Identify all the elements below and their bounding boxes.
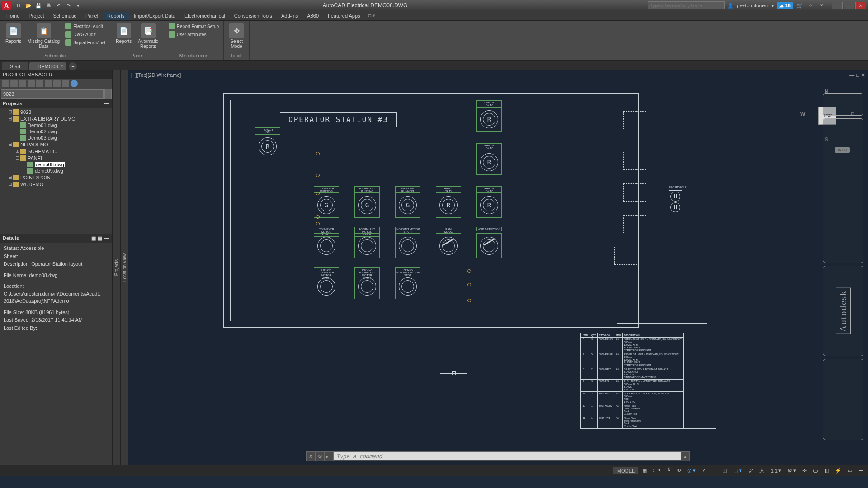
expand-icon[interactable]: ⊟ — [7, 141, 13, 147]
expand-icon[interactable]: ⊟ — [7, 109, 13, 115]
sb-annoscale-icon[interactable]: 人 — [757, 466, 767, 475]
minimize-button[interactable]: — — [832, 2, 843, 9]
sb-osnap-icon[interactable]: ◎ ▾ — [685, 467, 698, 474]
tb-open-icon[interactable] — [10, 80, 18, 87]
sb-add-icon[interactable]: ✛ — [800, 467, 809, 474]
sb-isolate-icon[interactable]: ◧ — [822, 467, 831, 474]
sb-grid-icon[interactable]: ▦ — [640, 467, 649, 474]
qat-save-icon[interactable]: 💾 — [34, 1, 42, 9]
viewport-close-icon[interactable]: ✕ — [861, 72, 865, 78]
menu-featured-apps[interactable]: Featured Apps — [323, 12, 365, 20]
tab-close-icon[interactable]: ✕ — [61, 64, 64, 68]
tree-node-9023[interactable]: ⊟9023 — [1, 108, 111, 115]
menu-import-export-data[interactable]: Import/Export Data — [129, 12, 180, 20]
tree-node-point2point[interactable]: ⊞POINT2POINT — [1, 174, 111, 181]
sb-cycling-icon[interactable]: ⬚ ▾ — [731, 467, 744, 474]
viewcube-west[interactable]: W — [800, 111, 805, 117]
menu-panel[interactable]: Panel — [81, 12, 103, 20]
cmd-expand-icon[interactable]: ▴ — [681, 452, 690, 461]
sb-ortho-icon[interactable]: ┗ — [665, 467, 673, 474]
sb-transparency-icon[interactable]: ◫ — [720, 467, 729, 474]
ribbon-reports[interactable]: 📄Reports — [4, 23, 23, 45]
app-logo[interactable]: A — [2, 1, 11, 10]
tb-new-icon[interactable] — [2, 80, 9, 87]
ribbon-electrical-audit[interactable]: Electrical Audit — [64, 23, 106, 30]
menu-schematic[interactable]: Schematic — [49, 12, 81, 20]
tb-refresh-icon[interactable] — [19, 80, 26, 87]
doctab-add[interactable]: + — [69, 62, 77, 70]
qat-open-icon[interactable]: 📂 — [24, 1, 33, 9]
menu-overflow-icon[interactable]: ◘ ▾ — [368, 13, 376, 19]
details-view1-icon[interactable]: ▦ — [91, 235, 96, 241]
qat-new-icon[interactable]: 🗋 — [14, 1, 23, 9]
sb-workspace-icon[interactable]: ⚙ ▾ — [785, 467, 798, 474]
cmd-close-icon[interactable]: ✕ — [307, 452, 316, 461]
maximize-button[interactable]: □ — [844, 2, 854, 9]
menu-conversion-tools[interactable]: Conversion Tools — [230, 12, 277, 20]
viewport-maximize-icon[interactable]: □ — [856, 72, 859, 78]
qat-more-icon[interactable]: ▾ — [74, 1, 82, 9]
ribbon-reports[interactable]: 📄Reports — [114, 23, 133, 45]
tree-node-extra-library-demo[interactable]: ⊟EXTRA LIBRARY DEMO — [1, 115, 111, 122]
user-menu[interactable]: 👤 greston.dunivin ▾ — [727, 3, 774, 9]
close-button[interactable]: ✕ — [855, 2, 866, 9]
favorite-icon[interactable]: ♡ — [807, 1, 815, 9]
qat-redo-icon[interactable]: ↷ — [64, 1, 72, 9]
expand-icon[interactable]: ⊞ — [7, 181, 13, 187]
expand-icon[interactable]: ⊟ — [7, 116, 13, 122]
tree-node-nfpademo[interactable]: ⊟NFPADEMO — [1, 141, 111, 148]
expand-icon[interactable]: ⊞ — [7, 174, 13, 180]
qat-print-icon[interactable]: 🖶 — [44, 1, 52, 9]
sb-polar-icon[interactable]: ⟲ — [675, 467, 683, 474]
sb-scale[interactable]: 1:1 ▾ — [769, 467, 783, 474]
drawing-viewport[interactable]: [−][Top][2D Wireframe] — □ ✕ OPERATOR ST… — [128, 70, 868, 465]
cart-icon[interactable]: 🛒 — [796, 1, 804, 9]
tb-prev-icon[interactable] — [28, 80, 35, 87]
nav-pan-zoom[interactable] — [823, 118, 863, 263]
ribbon-select-mode[interactable]: ✥SelectMode — [227, 23, 245, 50]
viewport-label[interactable]: [−][Top][2D Wireframe] — [131, 72, 181, 78]
details-section-header[interactable]: Details ▦ ▤ — — [0, 234, 112, 243]
sb-otrack-icon[interactable]: ∠ — [700, 467, 709, 474]
location-side-strip[interactable]: Location View — [120, 70, 128, 465]
menu-project[interactable]: Project — [24, 12, 48, 20]
ribbon-automatic-reports[interactable]: 📑AutomaticReports — [136, 23, 160, 50]
menu-reports[interactable]: Reports — [103, 12, 129, 20]
project-selector[interactable] — [1, 89, 104, 99]
menu-a360[interactable]: A360 — [302, 12, 323, 20]
tb-help-icon[interactable] — [71, 80, 78, 87]
doctab-demo08[interactable]: DEMO08✕ — [29, 62, 66, 70]
sb-lineweight-icon[interactable]: ≡ — [711, 467, 718, 474]
tree-node-demo01-dwg[interactable]: Demo01.dwg — [1, 122, 111, 128]
sb-clean-icon[interactable]: ▭ — [845, 467, 854, 474]
tb-up-icon[interactable] — [45, 80, 52, 87]
tree-node-demo03-dwg[interactable]: Demo03.dwg — [1, 135, 111, 141]
sb-model[interactable]: MODEL — [613, 467, 638, 474]
tb-next-icon[interactable] — [36, 80, 43, 87]
menu-add-ins[interactable]: Add-ins — [277, 12, 302, 20]
menu-home[interactable]: Home — [2, 12, 24, 20]
expand-icon[interactable]: ⊟ — [14, 155, 20, 161]
ribbon-user-attributes[interactable]: User Attributes — [168, 31, 220, 38]
sb-hardware-icon[interactable]: ⚡ — [833, 467, 844, 474]
sb-monitor-icon[interactable]: 🖵 — [811, 467, 820, 474]
nav-wheel[interactable] — [823, 93, 863, 116]
details-collapse-icon[interactable]: — — [104, 235, 109, 241]
notification-badge[interactable]: ☁ 16 — [777, 2, 793, 9]
tree-node-wddemo[interactable]: ⊞WDDEMO — [1, 181, 111, 188]
viewport-minimize-icon[interactable]: — — [849, 72, 854, 78]
tree-node-schematic[interactable]: ⊞SCHEMATIC — [1, 148, 111, 155]
details-view2-icon[interactable]: ▤ — [98, 235, 102, 241]
ribbon-signal-error-list[interactable]: Signal Error/List — [64, 39, 106, 46]
doctab-start[interactable]: Start — [2, 62, 28, 70]
command-line[interactable]: ✕ ⚙ ▸_ ▴ — [306, 451, 690, 461]
sb-snap-icon[interactable]: ⸬ ▾ — [651, 467, 663, 474]
ribbon-report-format-setup[interactable]: Report Format Setup — [168, 23, 220, 30]
tree-node-demo08-dwg[interactable]: demo08.dwg — [1, 161, 111, 168]
tb-down-icon[interactable] — [53, 80, 61, 87]
tree-node-demo09-dwg[interactable]: demo09.dwg — [1, 168, 111, 174]
sb-customize-icon[interactable]: ☰ — [856, 467, 865, 474]
tb-settings-icon[interactable] — [62, 80, 69, 87]
sb-annotation-icon[interactable]: 🖋 — [746, 467, 755, 474]
ribbon-dwg-audit[interactable]: DWG Audit — [64, 31, 106, 38]
